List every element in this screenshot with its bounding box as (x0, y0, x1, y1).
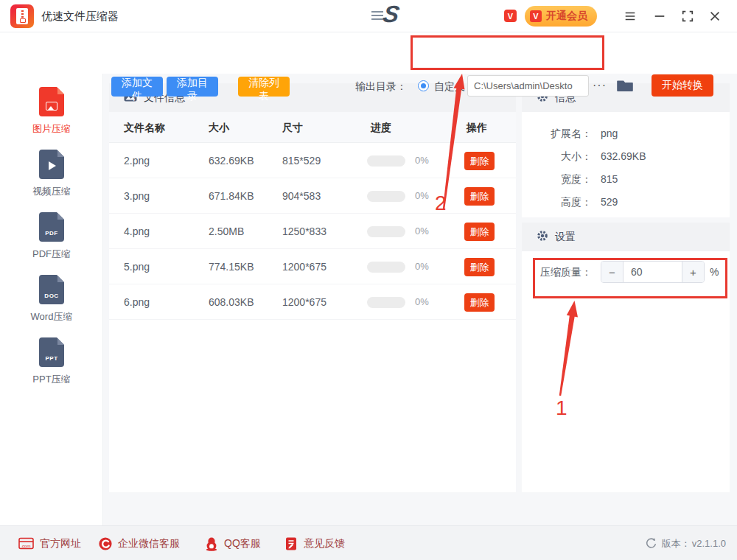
open-folder-icon[interactable] (615, 77, 635, 94)
output-path-input[interactable] (467, 75, 589, 97)
update-icon (645, 537, 657, 550)
image-file-icon (39, 87, 64, 116)
table-row: 2.png 632.69KB 815*529 0% 删除 (109, 143, 516, 178)
sidebar-item-ppt-compress[interactable]: PPT PPT压缩 (0, 337, 103, 395)
info-label: 宽度： (522, 168, 592, 191)
progress-bar (367, 297, 405, 308)
info-label: 扩展名： (522, 122, 592, 145)
custom-output-radio-label: 自定义 (434, 66, 465, 107)
quality-increase-button[interactable]: + (682, 262, 704, 282)
minimize-icon[interactable] (652, 9, 667, 24)
progress-value: 0% (415, 214, 429, 249)
info-value: png (601, 122, 618, 145)
pdf-file-icon: PDF (39, 212, 64, 242)
progress-bar (367, 155, 405, 167)
file-table-panel: 文件信息 文件名称 大小 尺寸 进度 操作 2.png 632.69KB 815… (109, 83, 516, 492)
settings-panel-title: 设置 (555, 231, 576, 244)
file-size: 608.03KB (209, 284, 254, 320)
file-name: 2.png (124, 143, 150, 178)
clear-list-button[interactable]: 清除列表 (238, 77, 290, 97)
wechat-work-icon (98, 536, 113, 551)
delete-button[interactable]: 删除 (464, 293, 495, 312)
file-dimensions: 1200*675 (282, 284, 326, 320)
progress-bar (367, 262, 405, 273)
wechat-service-link[interactable]: 企业微信客服 (98, 526, 180, 560)
title-bar: 优速文件压缩器 S V V 开通会员 (0, 0, 737, 32)
delete-button[interactable]: 删除 (464, 223, 495, 241)
video-file-icon (39, 150, 64, 179)
file-size: 774.15KB (209, 249, 254, 284)
col-dimensions: 尺寸 (282, 112, 303, 143)
delete-button[interactable]: 删除 (464, 187, 495, 206)
watermark-speed-lines (371, 11, 383, 21)
sidebar-item-image-compress[interactable]: 图片压缩 (0, 87, 103, 144)
sidebar-item-word-compress[interactable]: DOC Word压缩 (0, 275, 103, 332)
add-file-button[interactable]: 添加文件 (111, 77, 163, 97)
close-icon[interactable] (708, 9, 722, 24)
info-row: 宽度： 815 (522, 168, 730, 191)
menu-icon[interactable] (623, 9, 638, 24)
progress-bar (367, 191, 405, 202)
official-website-link[interactable]: .com 官方网址 (18, 526, 81, 560)
app-logo-icon (10, 4, 34, 28)
settings-panel: 设置 压缩质量： − 60 + % (522, 223, 730, 492)
watermark-logo: S (381, 1, 402, 28)
col-file-name: 文件名称 (124, 112, 165, 143)
info-row: 高度： 529 (522, 191, 730, 214)
start-convert-button[interactable]: 开始转换 (652, 74, 713, 97)
custom-output-radio[interactable] (418, 80, 429, 91)
qq-service-link[interactable]: QQ客服 (204, 526, 261, 560)
quality-decrease-button[interactable]: − (601, 262, 624, 282)
maximize-icon[interactable] (680, 9, 695, 24)
file-dimensions: 1200*675 (282, 249, 326, 284)
file-name: 4.png (124, 214, 150, 249)
version-label: 版本： (662, 537, 691, 550)
feedback-link[interactable]: 意见反馈 (284, 526, 345, 560)
file-name: 5.png (124, 249, 150, 284)
feedback-icon (284, 536, 298, 551)
more-options[interactable]: ··· (593, 66, 607, 107)
col-size: 大小 (209, 112, 229, 143)
open-vip-button[interactable]: V 开通会员 (525, 6, 597, 27)
table-column-header: 文件名称 大小 尺寸 进度 操作 (109, 112, 516, 143)
quality-unit-label: % (710, 261, 719, 283)
delete-button[interactable]: 删除 (464, 258, 495, 276)
table-row: 3.png 671.84KB 904*583 0% 删除 (109, 178, 516, 214)
vip-icon: V (530, 10, 542, 22)
add-directory-button[interactable]: 添加目录 (167, 77, 218, 97)
col-progress: 进度 (371, 112, 391, 143)
progress-bar (367, 226, 405, 237)
file-dimensions: 815*529 (282, 143, 321, 178)
sidebar: 图片压缩 视频压缩 PDF PDF压缩 DOC Word压缩 PPT PPT压缩 (0, 74, 103, 525)
info-value: 632.69KB (601, 145, 646, 168)
sidebar-item-video-compress[interactable]: 视频压缩 (0, 150, 103, 207)
file-size: 632.69KB (209, 143, 254, 178)
progress-value: 0% (415, 143, 429, 178)
table-row: 6.png 608.03KB 1200*675 0% 删除 (109, 284, 516, 320)
vip-icon: V (504, 10, 517, 22)
footer: .com 官方网址 企业微信客服 QQ客服 意见反馈 版本：v2.1 (0, 525, 737, 560)
svg-text:.com: .com (21, 543, 30, 547)
website-icon: .com (18, 537, 35, 550)
progress-value: 0% (415, 249, 429, 284)
ppt-file-icon: PPT (39, 337, 64, 367)
info-row: 大小： 632.69KB (522, 145, 730, 168)
open-vip-label: 开通会员 (546, 10, 587, 23)
quality-label: 压缩质量： (540, 261, 592, 283)
file-size: 671.84KB (209, 178, 254, 214)
quality-value[interactable]: 60 (624, 262, 682, 282)
table-row: 4.png 2.50MB 1250*833 0% 删除 (109, 214, 516, 249)
sidebar-item-pdf-compress[interactable]: PDF PDF压缩 (0, 212, 103, 270)
info-value: 815 (601, 168, 618, 191)
gear-icon (537, 230, 548, 245)
info-value: 529 (601, 191, 618, 214)
file-dimensions: 904*583 (282, 178, 321, 214)
delete-button[interactable]: 删除 (464, 152, 495, 170)
qq-icon (204, 536, 219, 551)
file-size: 2.50MB (209, 214, 244, 249)
version-info: 版本：v2.1.1.0 (645, 526, 726, 560)
progress-value: 0% (415, 284, 429, 320)
info-row: 扩展名： png (522, 122, 730, 145)
info-label: 高度： (522, 191, 592, 214)
version-value: v2.1.1.0 (692, 538, 726, 549)
